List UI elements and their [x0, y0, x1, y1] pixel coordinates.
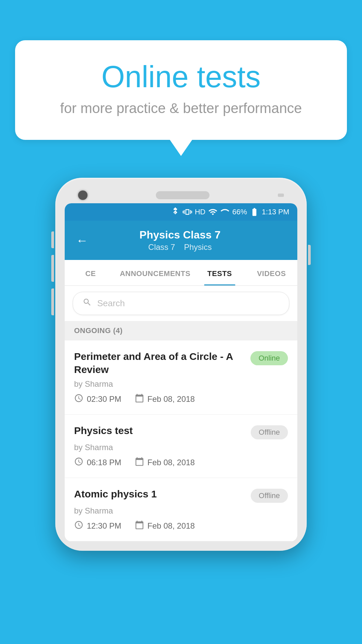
volume-down-button [51, 288, 54, 315]
test-item[interactable]: Perimeter and Area of a Circle - A Revie… [65, 340, 297, 415]
time-meta: 02:30 PM [74, 393, 121, 405]
test-title: Physics test [74, 424, 251, 437]
status-icons: HD 66% 1:13 PM [171, 207, 289, 217]
power-button [308, 245, 311, 265]
test-author: by Sharma [74, 506, 288, 516]
calendar-icon [135, 393, 144, 405]
header-class: Class 7 [148, 243, 175, 252]
search-placeholder: Search [97, 298, 125, 309]
wifi-icon [208, 207, 218, 217]
phone-screen: HD 66% 1:13 PM [65, 203, 297, 541]
promo-title: Online tests [42, 60, 320, 94]
section-header: ONGOING (4) [65, 321, 297, 340]
status-bar: HD 66% 1:13 PM [65, 203, 297, 221]
tab-tests[interactable]: TESTS [194, 260, 245, 285]
test-item[interactable]: Atomic physics 1 Offline by Sharma 12:30… [65, 478, 297, 541]
test-author: by Sharma [74, 379, 288, 389]
tab-ce[interactable]: CE [65, 260, 116, 285]
phone-mockup: HD 66% 1:13 PM [55, 178, 307, 551]
test-meta: 02:30 PM Feb 08, 2018 [74, 393, 288, 405]
top-button [278, 194, 284, 197]
test-meta: 12:30 PM Feb 08, 2018 [74, 520, 288, 532]
clock-icon [74, 393, 83, 405]
test-item[interactable]: Physics test Offline by Sharma 06:18 PM [65, 415, 297, 478]
phone-outer: HD 66% 1:13 PM [55, 178, 307, 551]
hd-badge: HD [195, 208, 205, 216]
search-container: Search [65, 286, 297, 321]
date-meta: Feb 08, 2018 [135, 520, 195, 532]
test-item-header: Atomic physics 1 Offline [74, 487, 288, 503]
phone-top [65, 187, 297, 203]
test-date: Feb 08, 2018 [147, 521, 195, 531]
mute-button [51, 231, 54, 248]
test-list: Perimeter and Area of a Circle - A Revie… [65, 340, 297, 541]
tabs-bar: CE ANNOUNCEMENTS TESTS VIDEOS [65, 260, 297, 286]
search-icon [82, 298, 92, 309]
time-meta: 06:18 PM [74, 457, 121, 468]
back-button[interactable]: ← [75, 232, 89, 249]
header-subtitle: Class 7 Physics [96, 243, 264, 252]
status-badge: Offline [251, 425, 288, 439]
volume-up-button [51, 255, 54, 282]
speech-bubble: Online tests for more practice & better … [15, 40, 347, 140]
test-author: by Sharma [74, 443, 288, 452]
signal-icon [220, 207, 230, 217]
clock-icon [74, 457, 83, 468]
status-badge: Online [250, 351, 288, 365]
test-time: 02:30 PM [87, 394, 121, 404]
calendar-icon [135, 457, 144, 468]
date-meta: Feb 08, 2018 [135, 457, 195, 468]
time-meta: 12:30 PM [74, 520, 121, 532]
header-title-area: Physics Class 7 Class 7 Physics [96, 229, 264, 252]
test-time: 06:18 PM [87, 458, 121, 467]
header-title: Physics Class 7 [96, 229, 264, 241]
search-bar[interactable]: Search [73, 292, 289, 315]
test-time: 12:30 PM [87, 521, 121, 531]
promo-section: Online tests for more practice & better … [15, 40, 347, 140]
tab-videos[interactable]: VIDEOS [246, 260, 297, 285]
test-meta: 06:18 PM Feb 08, 2018 [74, 457, 288, 468]
test-item-header: Physics test Offline [74, 424, 288, 439]
date-meta: Feb 08, 2018 [135, 393, 195, 405]
test-date: Feb 08, 2018 [147, 394, 195, 404]
test-date: Feb 08, 2018 [147, 458, 195, 467]
calendar-icon [135, 520, 144, 532]
tab-announcements[interactable]: ANNOUNCEMENTS [116, 260, 194, 285]
clock-icon [74, 520, 83, 532]
battery-icon [250, 207, 259, 217]
bluetooth-icon [171, 207, 180, 217]
front-camera [78, 191, 87, 200]
test-title: Perimeter and Area of a Circle - A Revie… [74, 350, 250, 376]
header-subject: Physics [184, 243, 212, 252]
phone-speaker [156, 191, 209, 199]
clock-time: 1:13 PM [262, 208, 289, 216]
status-badge: Offline [251, 489, 288, 503]
vibrate-icon [183, 207, 192, 217]
app-header: ← Physics Class 7 Class 7 Physics [65, 221, 297, 260]
test-item-header: Perimeter and Area of a Circle - A Revie… [74, 350, 288, 376]
promo-subtitle: for more practice & better performance [42, 100, 320, 116]
battery-percent: 66% [232, 208, 247, 216]
section-label: ONGOING (4) [74, 326, 123, 335]
test-title: Atomic physics 1 [74, 487, 251, 500]
